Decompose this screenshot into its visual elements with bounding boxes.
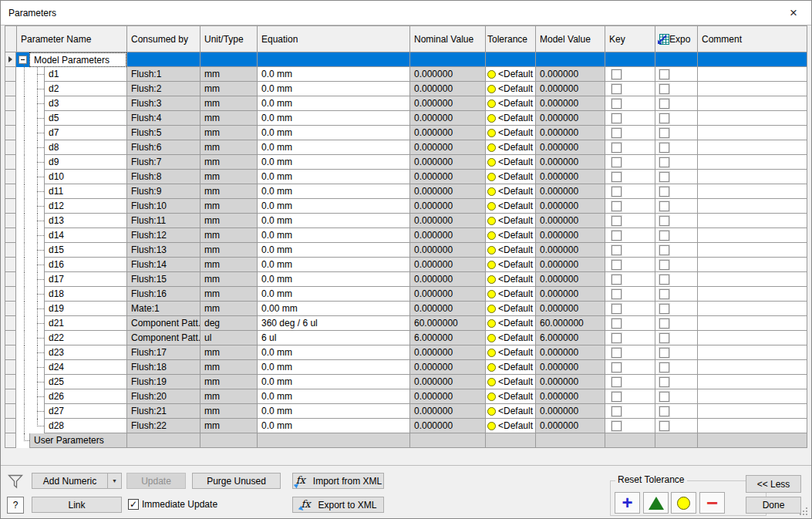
resize-grip-icon[interactable] [799,507,808,516]
cell-tolerance[interactable]: <Default [485,111,535,126]
less-button[interactable]: << Less [746,475,801,493]
export-checkbox[interactable] [659,113,669,123]
export-checkbox[interactable] [659,99,669,109]
header-unit-type[interactable]: Unit/Type [200,25,257,52]
cell-tolerance[interactable]: <Default [485,199,535,214]
row-selector[interactable] [5,170,16,184]
row-selector[interactable] [5,243,16,258]
export-to-xml-button[interactable]: fx Export to XML [292,497,384,513]
row-selector[interactable] [5,126,16,140]
export-checkbox[interactable] [659,289,669,299]
cell-tolerance[interactable]: <Default [485,228,535,243]
export-checkbox[interactable] [659,421,669,431]
cell-tolerance[interactable]: <Default [485,258,535,272]
filter-button[interactable] [7,473,24,490]
key-checkbox[interactable] [612,231,622,241]
cell-parameter-name[interactable]: d15 [44,243,126,258]
row-selector[interactable] [5,258,16,272]
cell-parameter-name[interactable]: d5 [44,111,126,126]
cell-tolerance[interactable]: <Default [485,243,535,258]
row-selector[interactable] [5,228,16,243]
export-checkbox[interactable] [659,318,669,329]
cell-comment[interactable] [697,345,807,360]
cell-tolerance[interactable]: <Default [485,67,535,82]
param-row-d8[interactable]: d8Flush:6mm0.0 mm0.000000<Default0.00000… [5,140,807,155]
cell-equation[interactable]: 0.0 mm [257,375,409,389]
cell-parameter-name[interactable]: d11 [44,184,126,199]
row-selector[interactable] [5,214,16,228]
key-checkbox[interactable] [612,362,622,372]
cell-tolerance[interactable]: <Default [485,82,535,96]
cell-comment[interactable] [697,199,807,214]
cell-parameter-name[interactable]: d18 [44,287,126,302]
cell-equation[interactable]: 0.0 mm [257,287,409,302]
cell-comment[interactable] [697,96,807,111]
cell-parameter-name[interactable]: d7 [44,126,126,140]
cell-comment[interactable] [697,155,807,170]
cell-tolerance[interactable]: <Default [485,360,535,375]
export-checkbox[interactable] [659,245,669,255]
row-selector[interactable] [5,96,16,111]
cell-comment[interactable] [697,170,807,184]
user-parameters-row[interactable]: User Parameters [5,433,807,448]
cell-equation[interactable]: 0.00 mm [257,302,409,316]
export-checkbox[interactable] [659,216,669,226]
export-checkbox[interactable] [659,333,669,343]
cell-tolerance[interactable]: <Default [485,404,535,419]
export-checkbox[interactable] [659,304,669,314]
key-checkbox[interactable] [612,84,622,94]
param-row-d5[interactable]: d5Flush:4mm0.0 mm0.000000<Default0.00000… [5,111,807,126]
export-checkbox[interactable] [659,231,669,241]
cell-equation[interactable]: 0.0 mm [257,96,409,111]
row-selector[interactable] [5,331,16,345]
export-checkbox[interactable] [659,201,669,211]
cell-parameter-name[interactable]: d28 [44,419,126,433]
cell-equation[interactable]: 0.0 mm [257,155,409,170]
cell-comment[interactable] [697,302,807,316]
export-checkbox[interactable] [659,172,669,182]
cell-comment[interactable] [697,184,807,199]
cell-parameter-name[interactable]: d1 [44,67,126,82]
group-name-cell[interactable]: User Parameters [29,433,126,448]
cell-comment[interactable] [697,316,807,331]
cell-parameter-name[interactable]: d16 [44,258,126,272]
immediate-update-checkbox[interactable]: ✓ Immediate Update [128,499,217,510]
cell-comment[interactable] [697,331,807,345]
row-selector[interactable] [5,316,16,331]
cell-tolerance[interactable]: <Default [485,331,535,345]
key-checkbox[interactable] [612,128,622,138]
header-nominal-value[interactable]: Nominal Value [409,25,485,52]
cell-tolerance[interactable]: <Default [485,184,535,199]
cell-parameter-name[interactable]: d21 [44,316,126,331]
export-checkbox[interactable] [659,84,669,94]
row-selector[interactable] [5,52,16,67]
cell-equation[interactable]: 0.0 mm [257,272,409,287]
cell-tolerance[interactable]: <Default [485,287,535,302]
key-checkbox[interactable] [612,69,622,79]
cell-parameter-name[interactable]: d19 [44,302,126,316]
row-selector[interactable] [5,155,16,170]
export-checkbox[interactable] [659,348,669,358]
param-row-d28[interactable]: d28Flush:22mm0.0 mm0.000000<Default0.000… [5,419,807,433]
param-row-d24[interactable]: d24Flush:18mm0.0 mm0.000000<Default0.000… [5,360,807,375]
header-model-value[interactable]: Model Value [535,25,605,52]
param-row-d18[interactable]: d18Flush:16mm0.0 mm0.000000<Default0.000… [5,287,807,302]
param-row-d23[interactable]: d23Flush:17mm0.0 mm0.000000<Default0.000… [5,345,807,360]
header-comment[interactable]: Comment [697,25,807,52]
cell-equation[interactable]: 6 ul [257,331,409,345]
cell-tolerance[interactable]: <Default [485,126,535,140]
cell-tolerance[interactable]: <Default [485,140,535,155]
key-checkbox[interactable] [612,377,622,387]
key-checkbox[interactable] [612,216,622,226]
cell-parameter-name[interactable]: d23 [44,345,126,360]
row-selector[interactable] [5,345,16,360]
param-row-d14[interactable]: d14Flush:12mm0.0 mm0.000000<Default0.000… [5,228,807,243]
export-checkbox[interactable] [659,143,669,153]
key-checkbox[interactable] [612,333,622,343]
key-checkbox[interactable] [612,421,622,431]
export-checkbox[interactable] [659,128,669,138]
cell-parameter-name[interactable]: d2 [44,82,126,96]
cell-comment[interactable] [697,258,807,272]
cell-equation[interactable]: 0.0 mm [257,67,409,82]
cell-parameter-name[interactable]: d25 [44,375,126,389]
